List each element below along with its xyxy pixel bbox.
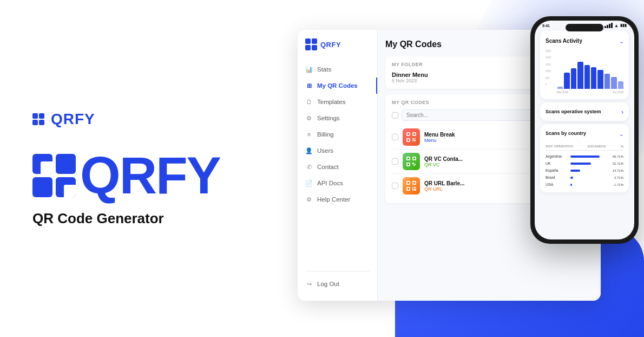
tagline: QR Code Generator: [32, 210, 164, 227]
chart-bar: [571, 68, 576, 89]
chart-bar: [577, 62, 583, 89]
header-logo: QRFY: [32, 111, 95, 128]
sidebar-item-contact[interactable]: ✆ Contact: [298, 159, 377, 175]
template-icon: 🗋: [305, 98, 313, 106]
bar: [570, 177, 573, 179]
col-escaneos: ESCANEOS: [588, 145, 606, 148]
api-icon: 📄: [305, 179, 313, 187]
chart-bar: [584, 65, 590, 89]
svg-rect-28: [414, 189, 416, 191]
scans-activity-title: Scans Activity: [546, 38, 582, 44]
sidebar-item-api-docs[interactable]: 📄 API Docs: [298, 175, 377, 191]
y-axis: 2500 2000 1500 1000 500 0: [546, 50, 551, 86]
svg-rect-25: [412, 187, 413, 188]
folder-name: Dinner Menu: [392, 72, 428, 78]
svg-rect-26: [414, 187, 416, 188]
chart-icon: 📊: [305, 66, 313, 73]
sidebar-brand: QRFY: [320, 41, 341, 49]
row-checkbox[interactable]: [392, 158, 398, 165]
pct-value: 14.71%: [608, 169, 623, 172]
chevron-down-country-icon[interactable]: [619, 128, 623, 138]
row-checkbox[interactable]: [392, 183, 398, 189]
contact-icon: ✆: [305, 163, 313, 171]
help-icon: ⚙: [305, 196, 313, 203]
chevron-down-icon[interactable]: [619, 36, 623, 46]
scans-country-header: Scans by country: [540, 124, 629, 142]
scans-activity-header: Scans Activity: [546, 36, 623, 46]
svg-rect-23: [413, 182, 415, 184]
select-all-checkbox[interactable]: [392, 112, 398, 119]
logout-icon: ↪: [305, 280, 313, 288]
country-name: Argentina: [546, 154, 567, 158]
svg-rect-16: [412, 163, 414, 164]
scans-country-title: Scans by country: [546, 131, 586, 136]
main-logo-icon: [32, 154, 76, 197]
col-sist: SIST. OPERATIVO: [546, 145, 573, 148]
right-section: QRFY 📊 Stats ⊞ My QR Codes 🗋 Templates ⚙…: [287, 0, 644, 337]
row-checkbox[interactable]: [392, 134, 398, 140]
svg-rect-6: [412, 138, 414, 140]
bar-wrap: [570, 184, 605, 186]
chevron-right-icon[interactable]: [621, 107, 623, 116]
main-logo-text: QRFY: [80, 150, 220, 202]
status-icons: ▲ ▮▮▮: [604, 23, 627, 28]
sidebar-item-my-qr-codes[interactable]: ⊞ My QR Codes: [298, 77, 377, 94]
sidebar-item-settings[interactable]: ⚙ Settings: [298, 110, 377, 126]
sidebar-label-users: Users: [317, 147, 333, 154]
phone-inner: 9:41 ▲ ▮▮▮ Scans Activity: [535, 21, 634, 239]
sidebar-item-logout[interactable]: ↪ Log Out: [298, 276, 377, 292]
country-table: SIST. OPERATIVO ESCANEOS % Argentina 46.…: [540, 142, 629, 192]
sidebar-label-templates: Templates: [317, 99, 345, 105]
header-logo-icon: [32, 113, 44, 125]
scans-country-card[interactable]: Scans by country SIST. OPERATIVO ESCANEO…: [540, 124, 629, 192]
svg-rect-22: [408, 182, 409, 184]
country-name: Brasil: [546, 176, 567, 179]
svg-rect-4: [413, 133, 415, 135]
svg-rect-8: [412, 140, 413, 141]
sidebar-label-billing: Billing: [317, 131, 334, 138]
table-row: Argentina 46.71%: [546, 153, 623, 160]
sidebar-item-templates[interactable]: 🗋 Templates: [298, 94, 377, 110]
chart-container: 2500 2000 1500 1000 500 0: [546, 50, 623, 94]
sidebar-item-help-center[interactable]: ⚙ Help Center: [298, 191, 377, 208]
settings-icon: ⚙: [305, 114, 313, 122]
phone-time: 9:41: [542, 24, 550, 28]
chart-bar: [604, 74, 610, 89]
table-row: UK 31.71%: [546, 160, 623, 167]
sidebar-item-billing[interactable]: ≡ Billing: [298, 126, 377, 142]
sidebar-item-users[interactable]: 👤 Users: [298, 142, 377, 159]
bar-wrap: [570, 170, 605, 172]
sidebar-label-stats: Stats: [317, 66, 331, 73]
svg-rect-5: [408, 139, 409, 141]
scans-os-title: Scans operative system: [546, 109, 601, 114]
phone-content: Scans Activity 2500 2000 1500 1000: [535, 28, 634, 232]
scans-os-card[interactable]: Scans operative system: [540, 102, 629, 121]
signal-icon: [604, 23, 613, 28]
billing-icon: ≡: [305, 131, 313, 138]
svg-rect-18: [413, 165, 415, 166]
chart-bar: [557, 87, 563, 89]
chart-bar: [618, 81, 623, 89]
sidebar-item-stats[interactable]: 📊 Stats: [298, 61, 377, 77]
svg-rect-17: [415, 164, 416, 165]
pct-value: 46.71%: [608, 155, 623, 158]
users-icon: 👤: [305, 147, 313, 154]
folder-date: 5 Nov 2023: [392, 78, 428, 83]
qr-thumbnail: [403, 128, 420, 146]
scans-activity-card: Scans Activity 2500 2000 1500 1000: [540, 30, 629, 99]
chart-bar: [591, 67, 596, 89]
wifi-icon: ▲: [614, 23, 619, 28]
sidebar-label-api-docs: API Docs: [317, 180, 343, 186]
sidebar-label-help-center: Help Center: [317, 196, 350, 203]
battery-icon: ▮▮▮: [620, 23, 627, 28]
sidebar-label-contact: Contact: [317, 164, 339, 170]
chart-bar: [564, 73, 569, 89]
sidebar-logo: QRFY: [298, 38, 377, 50]
sidebar-label-logout: Log Out: [317, 281, 339, 287]
chart-bars-area: 2500 2000 1500 1000 500 0: [546, 50, 623, 89]
sidebar-logo-icon: [305, 38, 317, 50]
table-row: España 14.71%: [546, 167, 623, 174]
chart-bar: [597, 70, 603, 89]
svg-rect-7: [415, 138, 416, 139]
header-brand-name: QRFY: [51, 111, 95, 128]
